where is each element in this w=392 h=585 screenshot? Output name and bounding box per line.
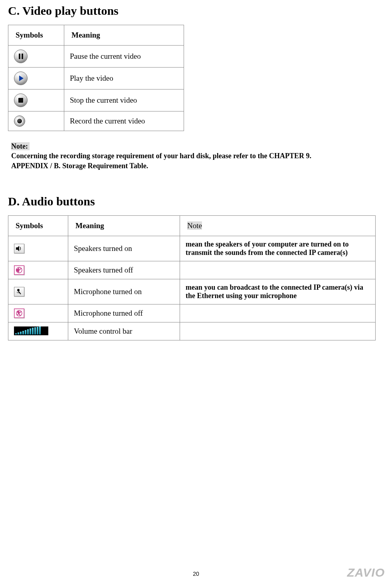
note-cell <box>180 322 376 340</box>
table-row: Record the current video <box>8 111 184 131</box>
table-header-symbols: Symbols <box>8 25 64 46</box>
note-cell: mean the speakers of your computer are t… <box>180 236 376 261</box>
meaning-cell: Microphone turned off <box>68 304 180 322</box>
brand-logo: ZAVIO <box>347 566 385 579</box>
note-label: Note: <box>11 142 30 150</box>
table-row: Microphone turned off <box>8 304 376 322</box>
meaning-cell: Stop the current video <box>64 90 184 111</box>
play-icon <box>14 72 28 85</box>
volume-bar-icon <box>14 326 48 335</box>
meaning-cell: Pause the current video <box>64 46 184 68</box>
stop-icon <box>14 94 28 107</box>
audio-buttons-table: Symbols Meaning Note Speakers turned on … <box>8 215 376 340</box>
table-header-note: Note <box>180 215 376 236</box>
mic-off-icon <box>14 308 24 318</box>
table-row: Speakers turned off <box>8 261 376 279</box>
note-cell: mean you can broadcast to the connected … <box>180 279 376 304</box>
mic-on-icon <box>14 287 24 296</box>
page-number: 20 <box>0 571 392 577</box>
meaning-cell: Microphone turned on <box>68 279 180 304</box>
svg-point-4 <box>17 289 20 291</box>
meaning-cell: Volume control bar <box>68 322 180 340</box>
note-cell <box>180 261 376 279</box>
table-row: Pause the current video <box>8 46 184 68</box>
pause-icon <box>14 50 28 63</box>
section-c-heading: C. Video play buttons <box>8 4 384 18</box>
table-header-symbols: Symbols <box>8 215 68 236</box>
speaker-off-icon <box>14 265 24 275</box>
svg-marker-0 <box>16 246 19 251</box>
table-row: Speakers turned on mean the speakers of … <box>8 236 376 261</box>
table-row: Volume control bar <box>8 322 376 340</box>
meaning-cell: Speakers turned on <box>68 236 180 261</box>
section-d-heading: D. Audio buttons <box>8 195 384 208</box>
table-row: Play the video <box>8 68 184 90</box>
table-row: Stop the current video <box>8 90 184 111</box>
meaning-cell: Speakers turned off <box>68 261 180 279</box>
table-header-meaning: Meaning <box>64 25 184 46</box>
video-buttons-table: Symbols Meaning Pause the current video … <box>8 25 184 131</box>
table-row: Microphone turned on mean you can broadc… <box>8 279 376 304</box>
speaker-on-icon <box>14 244 24 253</box>
table-header-meaning: Meaning <box>68 215 180 236</box>
note-cell <box>180 304 376 322</box>
meaning-cell: Record the current video <box>64 111 184 131</box>
record-icon <box>14 115 25 127</box>
note-block: Note: Concerning the recording storage r… <box>11 141 343 171</box>
meaning-cell: Play the video <box>64 68 184 90</box>
note-text: Concerning the recording storage require… <box>11 152 311 169</box>
